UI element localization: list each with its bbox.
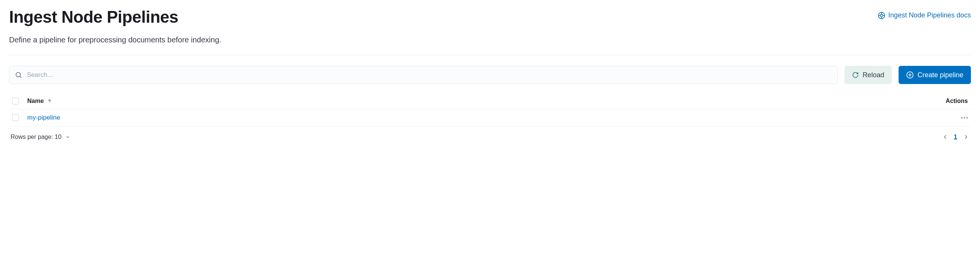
search-input[interactable] <box>22 71 832 79</box>
svg-point-1 <box>880 14 883 17</box>
help-icon <box>878 12 885 19</box>
svg-point-6 <box>16 72 21 77</box>
svg-line-7 <box>20 76 22 78</box>
select-all-checkbox[interactable] <box>12 98 19 105</box>
sort-ascending-icon <box>47 98 52 104</box>
column-name-label: Name <box>27 98 44 105</box>
rows-per-page-selector[interactable]: Rows per page: 10 <box>11 134 70 140</box>
column-actions-label: Actions <box>945 98 968 105</box>
reload-label: Reload <box>862 71 884 79</box>
divider <box>9 55 971 55</box>
next-page-button[interactable] <box>963 134 969 140</box>
table-row: my-pipeline <box>9 109 971 127</box>
row-checkbox[interactable] <box>12 114 19 121</box>
page-number[interactable]: 1 <box>954 133 957 141</box>
chevron-down-icon <box>65 134 70 140</box>
page-title: Ingest Node Pipelines <box>9 8 178 27</box>
docs-link[interactable]: Ingest Node Pipelines docs <box>878 11 971 19</box>
create-pipeline-button[interactable]: Create pipeline <box>899 66 971 84</box>
page-subtitle: Define a pipeline for preprocessing docu… <box>9 36 971 44</box>
reload-icon <box>852 71 859 78</box>
search-icon <box>15 71 22 79</box>
row-actions-button[interactable] <box>961 117 968 119</box>
create-label: Create pipeline <box>918 71 963 79</box>
pipeline-name-link[interactable]: my-pipeline <box>27 114 60 122</box>
pagination: 1 <box>942 133 969 141</box>
pipelines-table: Name Actions my-pipeline <box>9 93 971 127</box>
docs-link-label: Ingest Node Pipelines docs <box>888 11 971 19</box>
search-box[interactable] <box>9 66 838 84</box>
column-header-name[interactable]: Name <box>27 98 934 105</box>
reload-button[interactable]: Reload <box>845 66 892 84</box>
previous-page-button[interactable] <box>942 134 948 140</box>
rows-per-page-label: Rows per page: 10 <box>11 134 61 140</box>
plus-circle-icon <box>906 71 914 79</box>
table-header-row: Name Actions <box>9 93 971 109</box>
